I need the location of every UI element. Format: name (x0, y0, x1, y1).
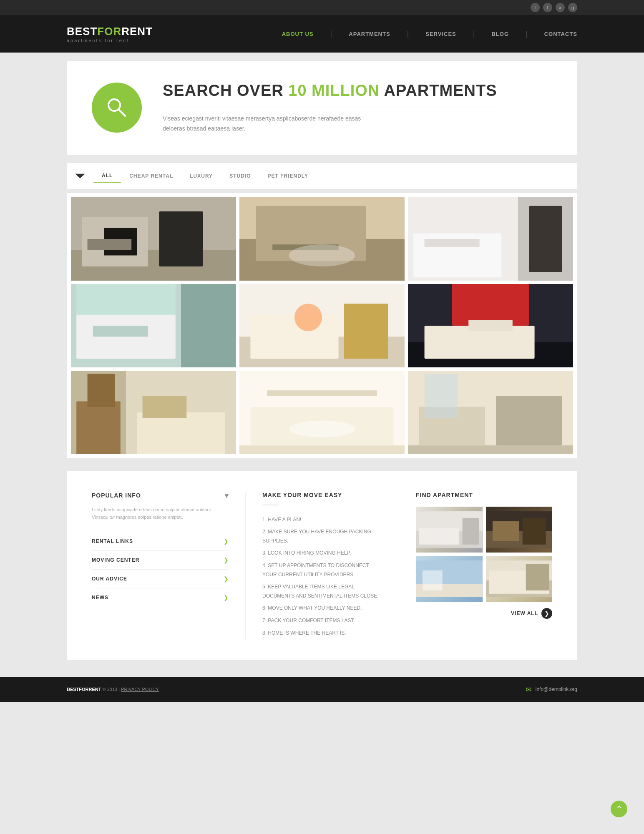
filter-tab-all[interactable]: ALL (93, 169, 121, 183)
svg-rect-41 (76, 401, 121, 454)
svg-rect-42 (88, 374, 115, 407)
nav-about-us[interactable]: ABOUT US (282, 31, 314, 37)
gallery-item[interactable] (239, 284, 405, 367)
gallery-item[interactable] (71, 197, 236, 281)
hero-title-part1: SEARCH OVER (163, 82, 288, 99)
find-apartment-title: FIND APARTMENT (416, 492, 552, 498)
facebook-icon[interactable]: f (543, 3, 552, 12)
hero-title-highlight: 10 MILLION (288, 82, 380, 99)
svg-rect-72 (526, 564, 549, 590)
make-move-title: MAKE YOUR MOVE EASY (262, 492, 382, 498)
svg-rect-49 (267, 390, 377, 396)
accordion-label: RENTAL LINKS (92, 538, 133, 544)
find-apartment-item[interactable] (416, 556, 483, 602)
footer-info: POPULAR INFO ▾ Lsety kterto asapicade er… (67, 471, 577, 661)
svg-rect-60 (463, 518, 479, 545)
gallery-item[interactable] (239, 371, 405, 454)
accordion-moving-center[interactable]: MOVING CENTER ❯ (92, 550, 229, 569)
move-step: 3. LOOK INTO HIRING MOVING HELP. (262, 547, 382, 560)
email-icon: ✉ (526, 686, 531, 693)
filter-tab-pet-friendly[interactable]: PET FRIENDLY (259, 170, 317, 182)
svg-point-13 (289, 244, 355, 266)
search-icon (104, 95, 129, 120)
gallery-item[interactable] (408, 371, 573, 454)
accordion-our-advice[interactable]: OUR ADVICE ❯ (92, 569, 229, 588)
move-step: 1. HAVE A PLAN! (262, 514, 382, 526)
find-apartment-item[interactable] (486, 507, 553, 553)
footer-privacy-link[interactable]: PRIVACY POLICY (121, 687, 159, 692)
filter-dropdown-icon[interactable] (75, 171, 85, 181)
gallery-item[interactable] (408, 284, 573, 367)
header: BESTFORRENT apartments for rent ABOUT US… (0, 15, 644, 53)
rss-icon[interactable]: x (556, 3, 565, 12)
popular-info-column: POPULAR INFO ▾ Lsety kterto asapicade er… (92, 492, 245, 640)
hero-text: SEARCH OVER 10 MILLION APARTMENTS Viseas… (163, 82, 497, 134)
svg-rect-37 (468, 320, 513, 331)
google-icon[interactable]: g (568, 3, 577, 12)
find-apartment-item[interactable] (486, 556, 553, 602)
svg-rect-53 (408, 445, 573, 454)
svg-rect-35 (452, 284, 529, 326)
gallery-item[interactable] (408, 197, 573, 281)
svg-rect-64 (522, 518, 546, 545)
svg-line-1 (118, 109, 125, 116)
accordion-label: NEWS (92, 595, 108, 600)
hero-description: Viseas eciegast nveriti vitaesae meraser… (163, 114, 371, 134)
gallery-item[interactable] (71, 371, 236, 454)
svg-rect-31 (294, 304, 322, 331)
filter-tab-cheap-rental[interactable]: CHEAP RENTAL (121, 170, 181, 182)
view-all-row[interactable]: VIEW ALL ❯ (416, 608, 552, 619)
nav-services[interactable]: SERVICES (425, 31, 456, 37)
top-bar: t f x g (0, 0, 644, 15)
find-apartment-item[interactable] (416, 507, 483, 553)
accordion-arrow-icon: ❯ (224, 575, 229, 582)
make-move-column: MAKE YOUR MOVE EASY 1. HAVE A PLAN! 2. M… (245, 492, 399, 640)
filter-section: ALL CHEAP RENTAL LUXURY STUDIO PET FRIEN… (67, 163, 577, 189)
svg-rect-59 (419, 528, 459, 545)
popular-info-title: POPULAR INFO ▾ (92, 492, 229, 500)
accordion-news[interactable]: NEWS ❯ (92, 588, 229, 607)
gallery-item[interactable] (71, 284, 236, 367)
footer-year: © 2013 (103, 687, 118, 692)
svg-rect-56 (425, 374, 458, 418)
svg-rect-55 (496, 396, 562, 445)
nav-contacts[interactable]: CONTACTS (544, 31, 577, 37)
social-icons: t f x g (531, 3, 577, 12)
twitter-icon[interactable]: t (531, 3, 540, 12)
svg-rect-24 (76, 284, 176, 315)
svg-rect-25 (93, 326, 148, 337)
main-nav: ABOUT US | APARTMENTS | SERVICES | BLOG … (282, 30, 577, 38)
move-step: 7. PACK YOUR COMFORT ITEMS LAST. (262, 615, 382, 627)
view-all-label: VIEW ALL (511, 610, 538, 616)
gallery-item[interactable] (239, 197, 405, 281)
svg-rect-19 (425, 239, 480, 247)
filter-tab-luxury[interactable]: LUXURY (181, 170, 221, 182)
footer-email: ✉ info@demolink.org (526, 686, 577, 693)
accordion-arrow-icon: ❯ (224, 557, 229, 563)
accordion-rental-links[interactable]: RENTAL LINKS ❯ (92, 532, 229, 550)
gallery-grid (71, 197, 573, 454)
logo-rent: RENT (121, 25, 153, 38)
svg-rect-7 (88, 239, 132, 250)
accordion-label: OUR ADVICE (92, 576, 127, 582)
move-step: 5. KEEP VALUABLE ITEMS LIKE LEGAL DOCUME… (262, 581, 382, 602)
svg-rect-63 (492, 521, 519, 541)
logo-text: BESTFORRENT (67, 25, 153, 38)
svg-point-50 (289, 420, 355, 437)
svg-rect-43 (137, 412, 225, 454)
accordion-arrow-icon: ❯ (224, 594, 229, 601)
nav-apartments[interactable]: APARTMENTS (349, 31, 390, 37)
svg-rect-47 (239, 445, 405, 454)
chevron-down-icon[interactable]: ▾ (225, 492, 229, 500)
svg-rect-68 (423, 570, 443, 590)
nav-blog[interactable]: BLOG (491, 31, 509, 37)
svg-rect-23 (76, 314, 176, 359)
filter-tab-studio[interactable]: STUDIO (221, 170, 259, 182)
footer-copyright: BESTFORRENT © 2013 | PRIVACY POLICY (67, 687, 159, 692)
move-step: 8. HOME IS WHERE THE HEART IS. (262, 627, 382, 640)
svg-rect-44 (143, 396, 187, 418)
find-grid (416, 507, 552, 602)
view-all-arrow-icon[interactable]: ❯ (541, 608, 552, 619)
bottom-footer: BESTFORRENT © 2013 | PRIVACY POLICY ✉ in… (0, 677, 644, 702)
hero-title: SEARCH OVER 10 MILLION APARTMENTS (163, 82, 497, 100)
